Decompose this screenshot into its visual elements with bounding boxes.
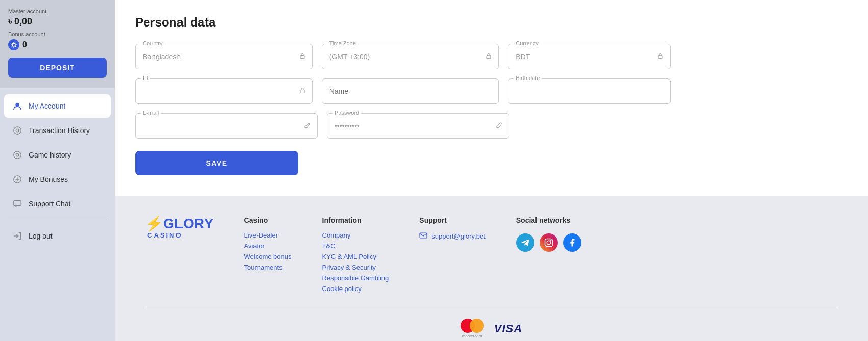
bonus-amount: 0 [22, 40, 27, 49]
footer-link-welcome-bonus[interactable]: Welcome bonus [244, 253, 292, 260]
sidebar-item-transaction-history[interactable]: Transaction History [4, 119, 111, 142]
timezone-field: Time Zone [322, 44, 499, 69]
password-input[interactable] [335, 118, 502, 134]
logout-label: Log out [29, 232, 53, 240]
password-label: Password [333, 110, 361, 116]
gear-icon [10, 41, 17, 48]
country-input[interactable] [143, 48, 305, 65]
sidebar-item-label: Support Chat [29, 200, 71, 208]
transaction-icon [12, 125, 22, 136]
logo-bottom: CASINO [147, 232, 214, 239]
page-title: Personal data [135, 15, 848, 30]
id-input[interactable] [143, 83, 305, 99]
id-label: ID [141, 75, 150, 81]
form-row-2: ID Birth date [135, 78, 671, 104]
master-balance: ৳ 0,00 [8, 16, 107, 27]
bonus-account-label: Bonus account [8, 31, 107, 37]
sidebar-item-label: My Account [29, 102, 65, 110]
sidebar-divider [8, 220, 107, 220]
email-label: E-mail [141, 110, 161, 116]
currency-field: Currency [508, 44, 671, 69]
logout-button[interactable]: Log out [4, 224, 111, 248]
main-content: Personal data Country Time Zone [115, 0, 868, 341]
bonuses-icon [12, 174, 22, 185]
svg-point-4 [14, 151, 21, 159]
name-input[interactable] [329, 83, 492, 99]
lock-icon [299, 87, 306, 96]
country-field: Country [135, 44, 313, 69]
sidebar-top: Master account ৳ 0,00 Bonus account 0 DE… [0, 0, 115, 88]
footer-casino-title: Casino [244, 216, 292, 224]
footer-information-title: Information [322, 216, 389, 224]
footer-social-title: Social networks [516, 216, 581, 224]
footer-link-privacy[interactable]: Privacy & Security [322, 264, 389, 271]
name-field [322, 78, 499, 104]
logo-top: ⚡GLORY [145, 216, 214, 232]
birthdate-input[interactable] [516, 83, 663, 99]
footer-link-kyc[interactable]: KYC & AML Policy [322, 253, 389, 260]
footer-main: ⚡GLORY CASINO Casino Live-Dealer Aviator… [145, 216, 837, 293]
sidebar-item-my-account[interactable]: My Account [4, 94, 111, 118]
footer-link-tournaments[interactable]: Tournaments [244, 264, 292, 271]
footer-link-company[interactable]: Company [322, 231, 389, 239]
lock-icon [299, 53, 306, 61]
password-field: Password [327, 113, 509, 139]
person-icon [12, 101, 22, 111]
sidebar-item-my-bonuses[interactable]: My Bonuses [4, 168, 111, 191]
footer: ⚡GLORY CASINO Casino Live-Dealer Aviator… [115, 196, 868, 341]
svg-rect-10 [658, 56, 662, 59]
game-history-icon [12, 150, 22, 160]
svg-rect-11 [300, 90, 304, 93]
footer-link-aviator[interactable]: Aviator [244, 242, 292, 250]
form-grid: Country Time Zone Currency [135, 44, 671, 175]
footer-link-responsible[interactable]: Responsible Gambling [322, 274, 389, 282]
footer-social-col: Social networks [516, 216, 581, 252]
sidebar-nav: My Account Transaction History Game hist… [0, 88, 115, 341]
support-email-text[interactable]: support@glory.bet [431, 232, 485, 240]
footer-email: support@glory.bet [419, 231, 485, 241]
sidebar-item-label: My Bonuses [29, 175, 68, 183]
footer-logo: ⚡GLORY CASINO [145, 216, 214, 239]
sidebar-item-support-chat[interactable]: Support Chat [4, 192, 111, 216]
mastercard-text: mastercard [462, 334, 482, 338]
sidebar-item-label: Game history [29, 151, 71, 159]
bonus-row: 0 [8, 39, 107, 50]
facebook-icon[interactable] [563, 233, 581, 252]
footer-divider [145, 308, 837, 308]
bonus-icon [8, 39, 19, 50]
footer-link-tc[interactable]: T&C [322, 242, 389, 250]
footer-payments: mastercard VISA [145, 319, 837, 338]
footer-information-col: Information Company T&C KYC & AML Policy… [322, 216, 389, 293]
lock-icon [657, 53, 664, 61]
timezone-input[interactable] [329, 48, 492, 65]
edit-icon [496, 122, 503, 130]
lock-icon [485, 53, 492, 61]
form-row-1: Country Time Zone Currency [135, 44, 671, 69]
social-icons [516, 233, 581, 252]
instagram-icon[interactable] [540, 233, 558, 252]
sidebar-item-game-history[interactable]: Game history [4, 143, 111, 167]
svg-point-1 [15, 103, 19, 107]
mastercard-logo: mastercard [461, 319, 484, 338]
save-button[interactable]: SAVE [135, 151, 298, 175]
footer-link-cookie[interactable]: Cookie policy [322, 285, 389, 293]
telegram-icon[interactable] [516, 233, 534, 252]
svg-rect-8 [300, 56, 304, 59]
birthdate-field: Birth date [508, 78, 671, 104]
svg-point-3 [16, 129, 18, 132]
country-label: Country [141, 40, 165, 46]
email-icon [419, 231, 427, 241]
form-row-3: E-mail Password [135, 113, 671, 139]
footer-link-live-dealer[interactable]: Live-Dealer [244, 231, 292, 239]
svg-rect-12 [420, 233, 427, 238]
svg-point-14 [547, 241, 551, 245]
email-input[interactable] [143, 118, 310, 134]
svg-point-0 [12, 43, 15, 46]
sidebar-item-label: Transaction History [29, 126, 90, 135]
deposit-button[interactable]: DEPOSIT [8, 58, 107, 78]
currency-label: Currency [514, 40, 541, 46]
svg-rect-7 [14, 201, 21, 206]
master-account-label: Master account [8, 8, 107, 14]
svg-point-2 [14, 127, 21, 134]
currency-input[interactable] [516, 48, 663, 65]
